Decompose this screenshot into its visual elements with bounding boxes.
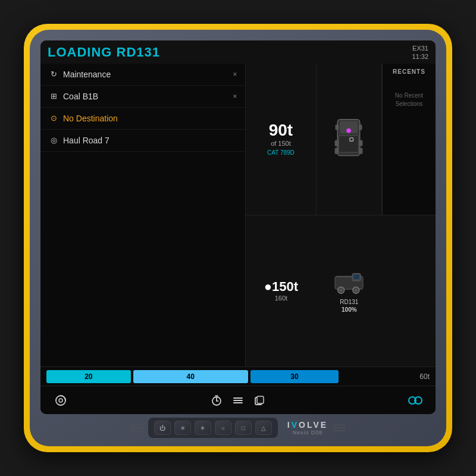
svg-rect-4 [359,124,362,130]
menu-item-haul[interactable]: ◎ Haul Road 7 [40,130,245,152]
hw-button-group: ⏻ ✳ ☀ ○ □ △ [148,418,278,438]
left-panel: ↻ Maintenance × ⊞ Coal B1B × [40,64,246,367]
time-display: 11:32 [412,52,428,61]
truck-top-svg [331,117,367,161]
svg-point-15 [340,289,343,292]
speaker-line [130,430,143,431]
toolbar-btn-circle[interactable] [50,390,71,411]
toolbar-btn-list[interactable] [227,390,249,411]
top-bar: LOADING RD131 EX31 11:32 [40,40,436,64]
speaker-line [130,424,143,425]
svg-rect-7 [335,148,339,154]
circle-arrow-icon [54,394,67,407]
hw-btn-power[interactable]: ⏻ [154,421,171,435]
vehicle-label: CAT 789D [267,149,295,156]
coal-label: Coal B1B [63,92,98,101]
svg-point-9 [347,129,352,133]
truck-pct: 100% [342,306,357,313]
title-highlight: RD131 [117,45,160,60]
recents-spacer-bottom [382,215,436,367]
toolbar-btn-copy[interactable] [249,390,270,411]
target-stat: ●150t 160t [246,215,316,367]
svg-point-17 [355,289,358,292]
svg-rect-5 [335,140,339,146]
link-icon [408,395,422,406]
load-stat: 90t of 150t CAT 789D [246,64,316,215]
main-content: ↻ Maintenance × ⊞ Coal B1B × [40,64,436,367]
destination-label: No Destination [63,114,118,123]
hw-btn-triangle[interactable]: △ [255,421,272,435]
speaker-line [333,424,346,425]
load-of: of 150t [271,140,291,147]
copy-icon [253,394,265,406]
svg-rect-27 [257,396,264,403]
progress-seg-2: 40 [133,370,248,383]
recents-title: RECENTS [393,68,425,75]
timer-icon [211,394,223,406]
speaker-line [333,427,346,428]
device-inner: LOADING RD131 EX31 11:32 ↻ Maintenance [30,30,446,446]
haul-icon: ◎ [49,136,58,145]
svg-rect-8 [359,148,363,154]
right-speaker [333,424,346,431]
brand-text: IVOLVE Nexis D08 [287,420,328,436]
screen-title: LOADING RD131 [48,45,160,60]
truck-id: RD131 [340,299,358,305]
coal-icon: ⊞ [49,92,58,101]
svg-point-19 [59,399,62,402]
right-panel: 90t of 150t CAT 789D [246,64,436,367]
list-icon [232,394,244,406]
coal-close[interactable]: × [233,92,237,101]
progress-row: 20 40 30 60t [40,367,436,386]
maintenance-label: Maintenance [63,70,111,79]
hw-btn-star[interactable]: ✳ [174,421,191,435]
hw-btn-square[interactable]: □ [235,421,252,435]
menu-item-destination[interactable]: ⊙ No Destination [40,108,245,130]
haul-label: Haul Road 7 [63,136,109,145]
left-speaker [130,424,143,431]
maintenance-icon: ↻ [49,70,58,79]
stats-top: 90t of 150t CAT 789D [246,64,436,215]
truck-side-view: RD131 100% [317,215,382,367]
stats-bottom: ●150t 160t [246,215,436,367]
screen: LOADING RD131 EX31 11:32 ↻ Maintenance [40,40,436,414]
svg-rect-6 [359,140,363,146]
toolbar-btn-link[interactable] [405,390,426,411]
device-outer: LOADING RD131 EX31 11:32 ↻ Maintenance [24,24,452,452]
toolbar-btn-timer[interactable] [206,390,227,411]
speaker-line [130,427,143,428]
menu-item-coal[interactable]: ⊞ Coal B1B × [40,86,245,108]
progress-seg-3: 30 [250,370,339,383]
progress-seg-1: 20 [46,370,131,383]
progress-total: 60t [419,372,430,381]
bottom-toolbar [40,386,436,414]
destination-icon: ⊙ [49,114,58,123]
brand-name: IVOLVE [287,420,328,430]
brand-highlight: V [292,420,299,430]
actual-value: 160t [275,295,287,302]
hw-btn-circle[interactable]: ○ [215,421,231,435]
title-text: LOADING [48,45,112,60]
hw-buttons-row: ⏻ ✳ ☀ ○ □ △ IVOLVE Nexis D08 [40,414,436,438]
truck-side-svg [333,268,365,298]
load-value: 90t [269,122,293,139]
svg-rect-2 [339,136,359,152]
maintenance-close[interactable]: × [233,70,237,79]
speaker-line [333,430,346,431]
unit-info: EX31 11:32 [412,44,428,61]
menu-item-maintenance[interactable]: ↻ Maintenance × [40,64,245,86]
truck-top-view [317,64,382,215]
svg-rect-13 [354,275,359,279]
unit-id: EX31 [412,44,428,52]
svg-rect-3 [336,124,339,130]
recents-panel: RECENTS No Recent Selections [382,64,436,215]
hw-btn-brightness[interactable]: ☀ [195,421,211,435]
brand-model: Nexis D08 [293,430,323,436]
target-value: ●150t [264,280,298,293]
recents-empty: No Recent Selections [386,92,432,108]
